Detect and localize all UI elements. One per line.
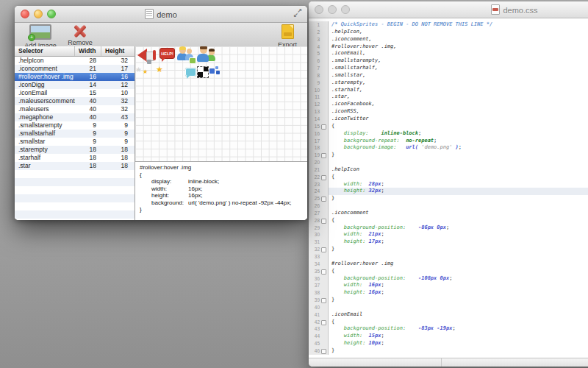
table-row[interactable]: .megaphone4043 xyxy=(15,113,135,121)
editor-line[interactable]: 13.iconRSS, xyxy=(309,108,588,116)
editor-line[interactable]: 43 background-position: -83px -19px; xyxy=(309,325,588,333)
editor-line[interactable]: 31 height: 17px; xyxy=(309,238,588,246)
fold-toggle-icon[interactable] xyxy=(321,175,326,180)
line-number-gutter[interactable]: 15 xyxy=(309,123,329,130)
editor-line[interactable]: 42{ xyxy=(309,319,588,326)
line-number-gutter[interactable]: 23 xyxy=(309,181,329,188)
megaphone-sprite[interactable] xyxy=(137,47,157,65)
editor-line[interactable]: 44 width: 15px; xyxy=(309,333,588,340)
line-number-gutter[interactable]: 29 xyxy=(309,224,329,232)
editor-line[interactable]: 23 width: 28px; xyxy=(309,181,588,188)
table-row[interactable]: .smallstarhalf99 xyxy=(15,130,135,138)
editor-line[interactable]: 3.iconcomment, xyxy=(309,36,588,43)
table-row[interactable]: #rollover:hover .img1616 xyxy=(15,73,135,81)
editor-line[interactable]: 41.iconEmail xyxy=(309,311,588,319)
editor-line[interactable]: 26 xyxy=(309,202,588,210)
export-button[interactable]: Export xyxy=(272,24,303,49)
line-number-gutter[interactable]: 40 xyxy=(309,304,329,311)
line-number-gutter[interactable]: 44 xyxy=(309,333,329,340)
table-row[interactable]: .helpIcon2832 xyxy=(15,57,135,65)
editor-line[interactable]: 18 background-image: url( 'demo.png' ); xyxy=(309,144,588,152)
line-number-gutter[interactable]: 17 xyxy=(309,138,329,145)
line-number-gutter[interactable]: 13 xyxy=(309,108,329,116)
line-number-gutter[interactable]: 6 xyxy=(309,57,329,65)
editor-line[interactable]: 37 width: 16px; xyxy=(309,282,588,289)
line-number-gutter[interactable]: 11 xyxy=(309,93,329,101)
code-editor[interactable]: 1/* QuickSprites - BEGIN - DO NOT REMOVE… xyxy=(309,18,588,358)
fold-toggle-icon[interactable] xyxy=(321,124,326,130)
iconcomment-sprite[interactable] xyxy=(185,68,196,77)
editor-line[interactable]: 39} xyxy=(309,297,588,304)
line-number-gutter[interactable]: 18 xyxy=(309,144,329,152)
line-number-gutter[interactable]: 27 xyxy=(309,210,329,217)
line-number-gutter[interactable]: 31 xyxy=(309,238,329,246)
line-number-gutter[interactable]: 7 xyxy=(309,65,329,72)
line-number-gutter[interactable]: 12 xyxy=(309,101,329,108)
line-number-gutter[interactable]: 42 xyxy=(309,319,329,326)
line-number-gutter[interactable]: 28 xyxy=(309,217,329,224)
table-row[interactable]: .smallstar99 xyxy=(15,138,135,146)
editor-line[interactable]: 28{ xyxy=(309,217,588,224)
editor-line[interactable]: 4#rollover:hover .img, xyxy=(309,43,588,51)
editor-line[interactable]: 20 xyxy=(309,159,588,166)
line-number-gutter[interactable]: 2 xyxy=(309,29,329,36)
editor-line[interactable]: 32} xyxy=(309,246,588,253)
editor-line[interactable]: 5.iconEmail, xyxy=(309,50,588,57)
editor-line[interactable]: 11.star, xyxy=(309,93,588,101)
line-number-gutter[interactable]: 46 xyxy=(309,347,329,355)
icon-cluster-sprite[interactable] xyxy=(209,66,220,76)
smallstarhalf-sprite[interactable]: ★ xyxy=(143,69,148,75)
fold-toggle-icon[interactable] xyxy=(321,269,326,275)
editor-titlebar[interactable]: demo.css xyxy=(309,1,588,18)
editor-line[interactable]: 14.iconTwitter xyxy=(309,116,588,123)
editor-line[interactable]: 29 background-position: -86px 0px; xyxy=(309,224,588,232)
fold-toggle-icon[interactable] xyxy=(321,197,326,202)
line-number-gutter[interactable]: 45 xyxy=(309,340,329,347)
line-number-gutter[interactable]: 9 xyxy=(309,79,329,87)
editor-line[interactable]: 25} xyxy=(309,195,588,202)
editor-line[interactable]: 38 height: 16px; xyxy=(309,289,588,297)
sprite-window-titlebar[interactable]: demo ↗↙ xyxy=(15,6,307,23)
editor-line[interactable]: 34#rollover:hover .img xyxy=(309,261,588,268)
editor-line[interactable]: 27.iconcomment xyxy=(309,210,588,217)
column-header-width[interactable]: Width xyxy=(75,46,101,56)
editor-line[interactable]: 40 xyxy=(309,304,588,311)
line-number-gutter[interactable]: 34 xyxy=(309,261,329,268)
line-number-gutter[interactable]: 26 xyxy=(309,202,329,210)
editor-line[interactable]: 15{ xyxy=(309,123,588,130)
table-row[interactable]: .maleuserscomments4032 xyxy=(15,97,135,105)
table-row[interactable]: .maleusers4032 xyxy=(15,105,135,113)
line-number-gutter[interactable]: 32 xyxy=(309,246,329,253)
table-row[interactable]: .starempty1818 xyxy=(15,146,135,154)
add-image-button[interactable]: + Add Image xyxy=(21,24,60,49)
editor-line[interactable]: 24 height: 32px; xyxy=(309,188,588,195)
line-number-gutter[interactable]: 36 xyxy=(309,275,329,283)
line-number-gutter[interactable]: 21 xyxy=(309,166,329,174)
fold-toggle-icon[interactable] xyxy=(321,219,326,224)
maleusers-sprite[interactable] xyxy=(197,46,216,63)
table-row[interactable]: .iconcomment2117 xyxy=(15,65,135,73)
fullscreen-icon[interactable]: ↗↙ xyxy=(293,9,302,18)
editor-line[interactable]: 17 background-repeat: no-repeat; xyxy=(309,138,588,145)
editor-line[interactable]: 10.starhalf, xyxy=(309,87,588,94)
editor-line[interactable]: 30 width: 21px; xyxy=(309,231,588,238)
editor-line[interactable]: 36 background-position: -108px 0px; xyxy=(309,275,588,283)
editor-line[interactable]: 35{ xyxy=(309,268,588,275)
fold-toggle-icon[interactable] xyxy=(321,320,326,325)
fold-toggle-icon[interactable] xyxy=(321,349,326,354)
star-sprite[interactable]: ★ xyxy=(156,66,164,74)
line-number-gutter[interactable]: 38 xyxy=(309,289,329,297)
editor-scrollbar-track[interactable] xyxy=(309,358,588,367)
line-number-gutter[interactable]: 3 xyxy=(309,36,329,43)
line-number-gutter[interactable]: 37 xyxy=(309,282,329,289)
editor-line[interactable]: 21.helpIcon xyxy=(309,166,588,174)
fold-toggle-icon[interactable] xyxy=(321,298,326,303)
column-header-height[interactable]: Height xyxy=(101,46,135,56)
remove-button[interactable]: Remove xyxy=(63,24,97,46)
line-number-gutter[interactable]: 8 xyxy=(309,72,329,79)
fold-toggle-icon[interactable] xyxy=(321,153,326,158)
helpIcon-sprite[interactable]: HELP! xyxy=(159,48,175,59)
table-row[interactable]: .iconEmail1510 xyxy=(15,89,135,97)
table-row[interactable]: .iconDigg1412 xyxy=(15,81,135,89)
line-number-gutter[interactable]: 20 xyxy=(309,159,329,166)
